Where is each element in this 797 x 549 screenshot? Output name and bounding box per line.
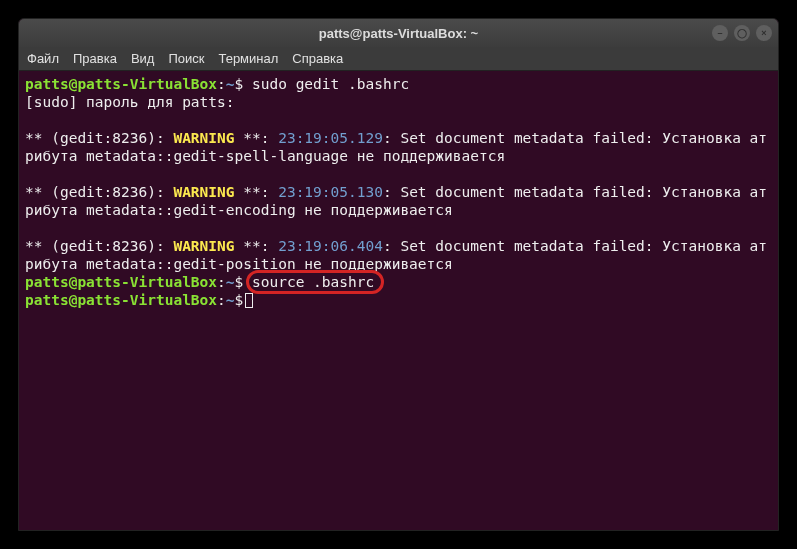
close-icon[interactable]: × (756, 25, 772, 41)
command-text: source .bashrc (252, 274, 374, 290)
prompt-user-host: patts@patts-VirtualBox (25, 292, 217, 308)
terminal-body[interactable]: patts@patts-VirtualBox:~$ sudo gedit .ba… (19, 71, 778, 313)
window-controls: – ◯ × (712, 25, 772, 41)
prompt-sign: $ (235, 292, 244, 308)
titlebar: patts@patts-VirtualBox: ~ – ◯ × (19, 19, 778, 47)
prompt-path: ~ (226, 274, 235, 290)
maximize-icon[interactable]: ◯ (734, 25, 750, 41)
prompt-user-host: patts@patts-VirtualBox (25, 76, 217, 92)
cursor-icon (245, 293, 253, 308)
prompt-user-host: patts@patts-VirtualBox (25, 274, 217, 290)
prompt-path: ~ (226, 76, 235, 92)
minimize-icon[interactable]: – (712, 25, 728, 41)
timestamp: 23:19:05.129 (278, 130, 383, 146)
prompt-sep: : (217, 76, 226, 92)
terminal-line: [sudo] пароль для patts: (25, 93, 772, 111)
menu-file[interactable]: Файл (27, 51, 59, 66)
terminal-line (25, 165, 772, 183)
prompt-sign: $ (235, 274, 244, 290)
menu-view[interactable]: Вид (131, 51, 155, 66)
warning-label: WARNING (173, 238, 234, 254)
warning-label: WARNING (173, 130, 234, 146)
menu-edit[interactable]: Правка (73, 51, 117, 66)
terminal-line: ** (gedit:8236): WARNING **: 23:19:05.13… (25, 183, 772, 219)
terminal-line (25, 111, 772, 129)
prompt-sep: : (217, 292, 226, 308)
terminal-line: patts@patts-VirtualBox:~$ sudo gedit .ba… (25, 75, 772, 93)
menu-search[interactable]: Поиск (168, 51, 204, 66)
highlighted-command: source .bashrc (252, 273, 374, 291)
terminal-window: patts@patts-VirtualBox: ~ – ◯ × Файл Пра… (18, 18, 779, 531)
terminal-line: ** (gedit:8236): WARNING **: 23:19:05.12… (25, 129, 772, 165)
terminal-line (25, 219, 772, 237)
menu-help[interactable]: Справка (292, 51, 343, 66)
timestamp: 23:19:05.130 (278, 184, 383, 200)
warning-label: WARNING (173, 184, 234, 200)
terminal-line: patts@patts-VirtualBox:~$ (25, 291, 772, 309)
terminal-line: patts@patts-VirtualBox:~$ source .bashrc (25, 273, 772, 291)
command-text: sudo gedit .bashrc (243, 76, 409, 92)
menu-terminal[interactable]: Терминал (218, 51, 278, 66)
terminal-line: ** (gedit:8236): WARNING **: 23:19:06.40… (25, 237, 772, 273)
window-title: patts@patts-VirtualBox: ~ (319, 26, 478, 41)
menubar: Файл Правка Вид Поиск Терминал Справка (19, 47, 778, 71)
prompt-sign: $ (235, 76, 244, 92)
prompt-sep: : (217, 274, 226, 290)
timestamp: 23:19:06.404 (278, 238, 383, 254)
prompt-path: ~ (226, 292, 235, 308)
